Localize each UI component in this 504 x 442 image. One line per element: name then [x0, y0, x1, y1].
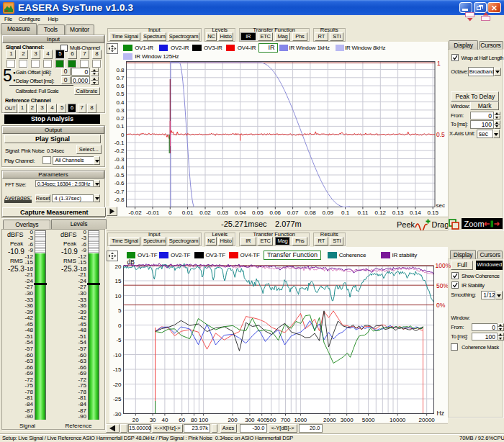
- svg-text:300: 300: [245, 417, 255, 423]
- svg-text:3000: 3000: [341, 417, 354, 423]
- svg-text:60: 60: [179, 417, 185, 423]
- svg-text:30: 30: [150, 417, 156, 423]
- svg-text:-25: -25: [113, 396, 122, 402]
- svg-text:-15: -15: [113, 366, 122, 373]
- svg-text:5000: 5000: [362, 417, 375, 423]
- svg-text:15: 15: [115, 278, 122, 284]
- svg-text:-5: -5: [116, 337, 122, 343]
- svg-text:40: 40: [161, 417, 168, 423]
- svg-text:10000: 10000: [390, 417, 406, 423]
- svg-text:5: 5: [118, 307, 122, 314]
- svg-text:700: 700: [281, 417, 291, 423]
- svg-text:-30: -30: [113, 411, 122, 418]
- svg-text:-10: -10: [113, 352, 122, 358]
- svg-text:100: 100: [199, 417, 209, 423]
- svg-text:200: 200: [228, 417, 238, 423]
- svg-text:80: 80: [191, 417, 197, 423]
- svg-text:20: 20: [115, 263, 122, 270]
- svg-text:10: 10: [115, 293, 122, 299]
- svg-text:2000: 2000: [323, 417, 336, 423]
- svg-text:1000: 1000: [294, 417, 307, 423]
- svg-text:400: 400: [257, 417, 267, 423]
- svg-text:0: 0: [118, 323, 122, 329]
- svg-text:Hz: Hz: [437, 410, 444, 417]
- svg-text:20: 20: [132, 417, 139, 423]
- svg-text:500: 500: [266, 417, 276, 423]
- svg-text:0%: 0%: [436, 302, 446, 309]
- svg-text:20000: 20000: [419, 417, 436, 423]
- svg-text:-20: -20: [113, 382, 122, 388]
- svg-text:50%: 50%: [436, 282, 449, 289]
